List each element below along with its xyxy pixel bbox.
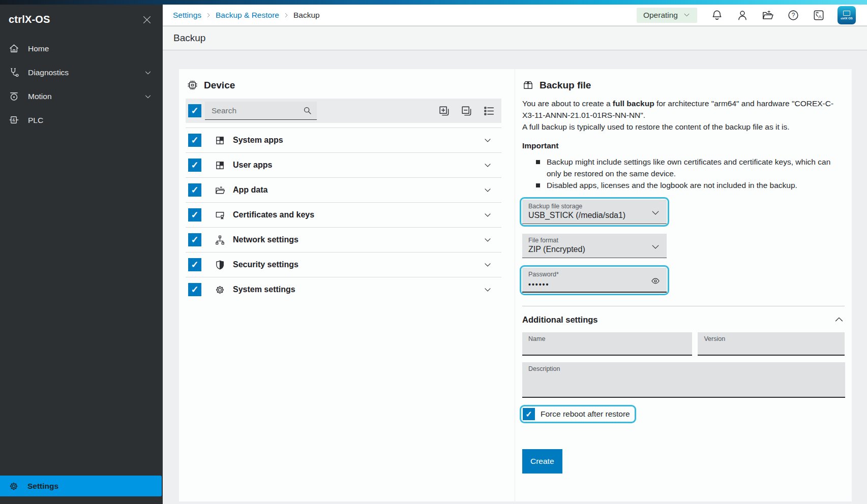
backup-panel-title: Backup file	[540, 80, 591, 91]
chip-icon	[187, 79, 198, 91]
device-item-security-settings[interactable]: Security settings	[186, 252, 501, 277]
device-item-list: System apps User apps App data	[186, 128, 501, 302]
network-icon	[214, 234, 226, 246]
eye-icon[interactable]	[650, 276, 661, 286]
bell-icon[interactable]	[710, 9, 724, 22]
chevron-down-icon	[650, 242, 661, 252]
sidebar-item-diagnostics[interactable]: Diagnostics	[0, 60, 163, 84]
chevron-right-icon	[283, 12, 290, 19]
diagnostics-icon	[8, 67, 20, 78]
chevron-up-icon[interactable]	[833, 314, 845, 325]
bullet-square-icon	[536, 160, 540, 164]
sidebar-item-plc[interactable]: & PLC	[0, 108, 163, 132]
description-input[interactable]	[528, 372, 839, 393]
checkbox-user-apps[interactable]	[188, 159, 201, 172]
sidebar-item-motion[interactable]: Motion	[0, 84, 163, 108]
chevron-down-icon[interactable]	[143, 92, 153, 101]
help-icon[interactable]: ?	[787, 9, 800, 22]
field-label: File format	[528, 237, 661, 244]
topbar: Settings Backup & Restore Backup Operati…	[163, 5, 867, 26]
password-highlight-ring: Password* ••••••	[520, 265, 669, 295]
device-item-network-settings[interactable]: Network settings	[186, 227, 501, 252]
search-input[interactable]	[205, 102, 317, 119]
breadcrumb: Settings Backup & Restore Backup	[173, 11, 320, 20]
sidebar: ctrlX-OS Home Diagnostics Motion	[0, 5, 163, 504]
checkbox-network[interactable]	[188, 233, 201, 246]
name-field: Name	[522, 332, 692, 356]
checkbox-certificates[interactable]	[188, 208, 201, 222]
collapse-all-icon[interactable]	[460, 105, 473, 117]
ctrlx-os-logo[interactable]: ctrlX OS	[838, 6, 856, 24]
search-icon[interactable]	[302, 105, 313, 116]
apps-icon	[214, 160, 226, 171]
chevron-down-icon[interactable]	[143, 68, 153, 77]
chevron-down-icon[interactable]	[483, 210, 493, 220]
expand-all-icon[interactable]	[438, 105, 451, 117]
name-input[interactable]	[528, 342, 686, 354]
breadcrumb-backup-restore[interactable]: Backup & Restore	[216, 11, 279, 20]
device-item-certificates-and-keys[interactable]: Certificates and keys	[186, 202, 501, 227]
device-panel-title: Device	[204, 80, 235, 91]
backup-file-panel: Backup file You are about to create a fu…	[515, 69, 852, 501]
page-title: Backup	[173, 33, 205, 44]
breadcrumb-current: Backup	[293, 11, 320, 20]
important-title: Important	[522, 141, 845, 150]
main-content: Device	[163, 50, 867, 504]
motion-icon	[8, 90, 20, 102]
language-icon[interactable]: A	[812, 9, 825, 22]
gear-icon	[8, 481, 19, 492]
force-reboot-checkbox[interactable]	[523, 408, 535, 420]
plc-icon: &	[8, 114, 20, 126]
checkbox-system-apps[interactable]	[188, 134, 201, 147]
sidebar-item-home[interactable]: Home	[0, 37, 163, 60]
device-item-system-settings[interactable]: System settings	[186, 277, 501, 302]
bullet-square-icon	[536, 183, 540, 187]
version-input[interactable]	[704, 342, 839, 354]
field-value: ZIP (Encrypted)	[528, 245, 661, 254]
chevron-down-icon[interactable]	[483, 160, 493, 170]
description-field: Description	[522, 362, 845, 398]
additional-settings-header[interactable]: Additional settings	[522, 314, 845, 325]
gear-icon	[214, 284, 226, 296]
list-view-icon[interactable]	[483, 105, 495, 117]
device-panel: Device	[179, 69, 515, 501]
sidebar-item-settings[interactable]: Settings	[0, 476, 162, 496]
apps-icon	[214, 135, 226, 146]
sidebar-item-label: Motion	[28, 92, 143, 101]
device-item-label: Certificates and keys	[233, 210, 483, 219]
close-icon[interactable]	[141, 14, 153, 25]
home-icon	[8, 43, 20, 54]
device-item-app-data[interactable]: App data	[186, 177, 501, 202]
app-folder-icon[interactable]	[761, 9, 774, 22]
force-reboot-option[interactable]: Force reboot after restore	[520, 405, 636, 423]
password-input[interactable]: ••••••	[528, 279, 661, 289]
device-item-user-apps[interactable]: User apps	[186, 152, 501, 177]
breadcrumb-settings[interactable]: Settings	[173, 11, 201, 20]
checkbox-system-settings[interactable]	[188, 283, 201, 296]
chevron-down-icon[interactable]	[483, 185, 493, 195]
file-format-select[interactable]: File format ZIP (Encrypted)	[522, 234, 667, 258]
important-list: Backup might include settings like own c…	[522, 156, 845, 191]
device-item-label: App data	[233, 185, 483, 195]
chevron-down-icon[interactable]	[483, 135, 493, 145]
user-icon[interactable]	[736, 9, 749, 22]
chevron-down-icon[interactable]	[483, 235, 493, 245]
select-all-checkbox[interactable]	[188, 104, 201, 117]
backup-intro-text: You are about to create a full backup fo…	[522, 98, 846, 133]
operating-state-button[interactable]: Operating	[637, 8, 697, 23]
chevron-down-icon[interactable]	[483, 260, 493, 270]
device-toolbar	[186, 99, 501, 123]
device-glyph	[843, 11, 850, 16]
checkbox-security[interactable]	[188, 258, 201, 271]
certificate-icon	[214, 209, 226, 221]
password-field[interactable]: Password* ••••••	[522, 268, 667, 293]
create-button[interactable]: Create	[522, 449, 562, 474]
device-item-system-apps[interactable]: System apps	[186, 128, 501, 152]
backup-file-storage-select[interactable]: Backup file storage USB_STICK (/media/sd…	[522, 200, 667, 224]
force-reboot-label: Force reboot after restore	[541, 410, 630, 419]
chevron-down-icon	[683, 11, 691, 19]
chevron-right-icon	[205, 12, 212, 19]
checkbox-app-data[interactable]	[188, 183, 201, 197]
chevron-down-icon[interactable]	[483, 285, 493, 295]
device-item-label: System settings	[233, 285, 483, 294]
